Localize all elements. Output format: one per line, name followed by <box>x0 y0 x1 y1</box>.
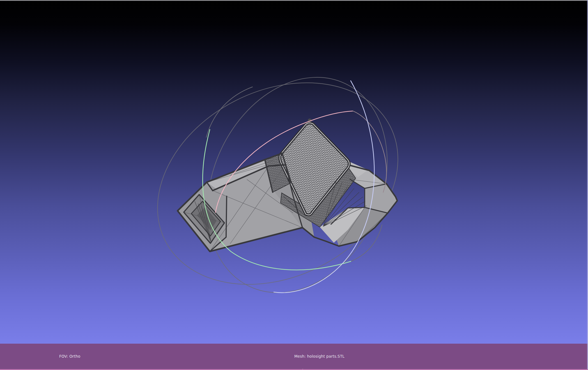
hud-fov: FOV: Ortho <box>59 354 90 359</box>
hud-mesh-name: Mesh: holosight parts.STL <box>294 354 344 359</box>
viewport-3d[interactable] <box>0 0 588 370</box>
meshlab-window: FOV: Ortho FPS: 500.0 BO_RENDERING Mesh:… <box>0 0 588 370</box>
hud-mesh-info: Mesh: holosight parts.STL Vertices: 155,… <box>294 344 344 370</box>
hud-render-info: FOV: Ortho FPS: 500.0 BO_RENDERING <box>59 344 90 370</box>
window-border-top <box>0 0 588 1</box>
